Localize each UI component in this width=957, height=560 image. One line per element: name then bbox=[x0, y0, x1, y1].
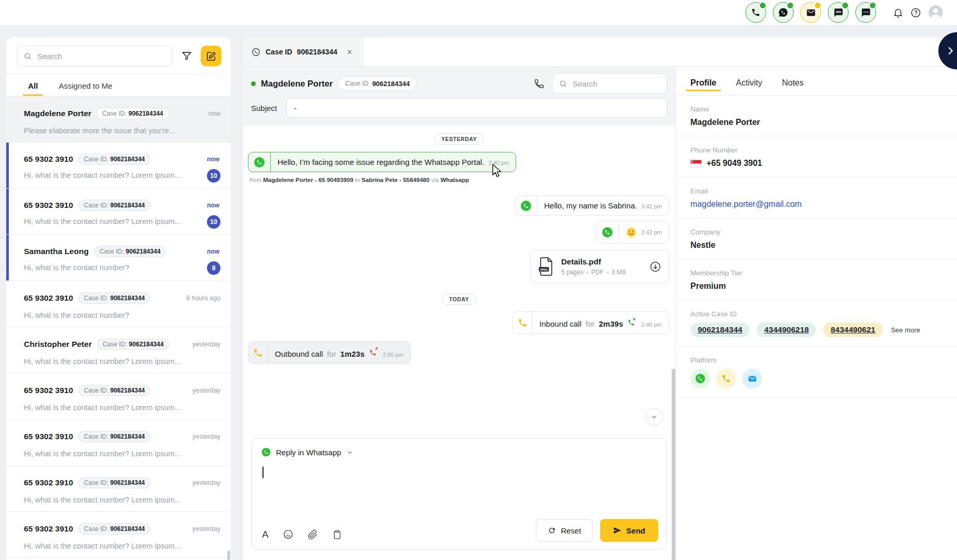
case-id-pill: Case ID:9062184344 bbox=[78, 153, 150, 165]
tab-activity[interactable]: Activity bbox=[736, 78, 762, 95]
message-list: YESTERDAY Hello, I’m facing some issue r… bbox=[243, 126, 675, 435]
field-company: Company Nestle bbox=[676, 218, 957, 259]
message-preview: Hi, what is the contact number? bbox=[24, 263, 202, 281]
message-preview: Hi, what is the contact number? Lorem ip… bbox=[24, 450, 187, 465]
subject-input[interactable] bbox=[286, 98, 667, 118]
filter-button[interactable] bbox=[179, 48, 195, 64]
message-preview: Hi, what is the contact number? Lorem ip… bbox=[24, 171, 202, 188]
reset-button[interactable]: Reset bbox=[536, 519, 593, 542]
chat-scrollbar[interactable] bbox=[672, 369, 675, 560]
emoji-icon bbox=[283, 529, 294, 540]
call-duration: 2m39s bbox=[599, 319, 623, 328]
contact-name: 65 9302 3910 bbox=[24, 386, 73, 395]
attach-file-button[interactable] bbox=[308, 529, 318, 540]
list-item[interactable]: 65 9302 3910 Case ID:9062184344 yesterda… bbox=[6, 419, 231, 466]
list-item[interactable]: 65 9302 3910 Case ID:9062184344 now Hi, … bbox=[6, 189, 231, 235]
email-channel-button[interactable] bbox=[800, 2, 821, 23]
outgoing-call-icon bbox=[369, 347, 379, 357]
contact-name: 65 9302 3910 bbox=[24, 478, 73, 487]
phone-icon bbox=[248, 342, 268, 363]
svg-text:JPEG: JPEG bbox=[540, 268, 548, 271]
livechat-channel-button[interactable] bbox=[855, 2, 876, 23]
templates-button[interactable] bbox=[332, 529, 342, 540]
case-tab-label: Case ID bbox=[266, 48, 292, 56]
compose-button[interactable] bbox=[201, 46, 221, 66]
list-item[interactable]: 65 9302 3910 Case ID:9062184344 yesterda… bbox=[6, 373, 231, 419]
whatsapp-icon bbox=[248, 152, 271, 172]
tab-notes[interactable]: Notes bbox=[782, 78, 803, 95]
message-time: 3:42 pm bbox=[641, 229, 662, 235]
whatsapp-channel-button[interactable] bbox=[773, 2, 794, 23]
field-active-cases: Active Case ID 9062184344 4344906218 843… bbox=[676, 300, 957, 346]
close-icon[interactable] bbox=[345, 47, 354, 57]
sidebar-search-input[interactable] bbox=[36, 51, 166, 61]
tab-profile[interactable]: Profile bbox=[690, 78, 716, 95]
whatsapp-icon bbox=[251, 47, 261, 57]
main-panel: Case ID 9062184344 Magdelene Porter Case… bbox=[243, 37, 957, 560]
case-tab[interactable]: Case ID 9062184344 bbox=[243, 37, 363, 66]
notifications-button[interactable] bbox=[893, 7, 904, 18]
send-button[interactable]: Send bbox=[600, 519, 658, 542]
help-button[interactable] bbox=[910, 7, 921, 18]
file-name: Details.pdf bbox=[561, 257, 601, 266]
phone-icon bbox=[751, 8, 760, 17]
tab-assigned-to-me[interactable]: Assigned to Me bbox=[59, 81, 112, 96]
online-status-dot bbox=[251, 81, 256, 86]
sidebar-scrollbar[interactable] bbox=[227, 551, 230, 560]
call-label: Outbound call bbox=[275, 349, 323, 358]
case-tabbar: Case ID 9062184344 bbox=[243, 37, 957, 67]
whatsapp-platform-icon[interactable] bbox=[690, 369, 710, 388]
emoji-button[interactable] bbox=[283, 529, 294, 540]
chat-search-input[interactable] bbox=[572, 79, 660, 89]
status-dot bbox=[759, 2, 767, 9]
question-icon bbox=[910, 7, 921, 18]
email-platform-icon[interactable] bbox=[742, 369, 762, 388]
clipboard-icon bbox=[332, 529, 342, 540]
message-input[interactable] bbox=[261, 464, 657, 515]
file-card[interactable]: JPEG Details.pdf 5 pages PDF 3 MB bbox=[530, 250, 669, 283]
sidebar-tabs: All Assigned to Me bbox=[6, 74, 231, 96]
call-contact-button[interactable] bbox=[532, 76, 547, 91]
status-dot bbox=[814, 2, 822, 9]
message-preview: Hi, what is the contact number? Lorem ip… bbox=[24, 496, 187, 511]
contact-name: 65 9302 3910 bbox=[24, 432, 73, 441]
text-format-button[interactable]: A bbox=[262, 529, 269, 539]
scroll-to-bottom-button[interactable] bbox=[645, 408, 663, 426]
tab-all[interactable]: All bbox=[28, 81, 38, 96]
list-item[interactable]: 65 9302 3910 Case ID:9062184344 8 hours … bbox=[6, 281, 231, 327]
contact-name: 65 9302 3910 bbox=[24, 155, 73, 164]
details-tabs: Profile Activity Notes bbox=[676, 67, 957, 95]
chat-header: Magdelene Porter Case ID 9062184344 bbox=[243, 67, 675, 126]
timestamp: yesterday bbox=[192, 479, 220, 486]
list-item[interactable]: 65 9302 3910 Case ID:9062184344 yesterda… bbox=[6, 512, 231, 558]
list-item[interactable]: Magdelene Porter Case ID:9062184344 now … bbox=[6, 96, 231, 143]
download-icon[interactable] bbox=[649, 261, 661, 273]
list-item[interactable]: 65 9302 3910 Case ID:9062184344 yesterda… bbox=[6, 466, 231, 512]
refresh-icon bbox=[548, 526, 556, 535]
message-preview: Hi, what is the contact number? Lorem ip… bbox=[24, 542, 187, 557]
conversation-list: Magdelene Porter Case ID:9062184344 now … bbox=[6, 96, 231, 558]
voice-platform-icon[interactable] bbox=[716, 369, 736, 388]
user-avatar[interactable] bbox=[928, 5, 944, 20]
case-link[interactable]: 8434490621 bbox=[823, 323, 882, 337]
list-item[interactable]: Samantha Leong Case ID:9062184344 now Hi… bbox=[6, 235, 231, 281]
case-id-pill: Case ID:9062184344 bbox=[78, 477, 150, 488]
see-more-link[interactable]: See more bbox=[891, 326, 920, 334]
email-link[interactable]: magdelene.porter@gmail.com bbox=[690, 200, 942, 209]
case-link[interactable]: 4344906218 bbox=[757, 323, 816, 337]
list-item[interactable]: 65 9302 3910 Case ID:9062184344 now Hi, … bbox=[6, 143, 231, 189]
bell-icon bbox=[893, 7, 904, 18]
search-icon bbox=[23, 52, 32, 61]
call-duration: 1m23s bbox=[340, 349, 365, 358]
chevron-down-icon bbox=[650, 413, 658, 421]
reply-channel-selector[interactable]: Reply in Whatsapp bbox=[261, 447, 354, 457]
case-link[interactable]: 9062184344 bbox=[690, 323, 750, 337]
case-id-pill: Case ID 9062184344 bbox=[338, 77, 417, 91]
sms-channel-button[interactable]: SMS bbox=[828, 2, 849, 23]
sidebar-searchbox bbox=[17, 46, 173, 66]
voice-channel-button[interactable] bbox=[745, 2, 766, 23]
incoming-message: Hello, I’m facing some issue regarding t… bbox=[248, 152, 670, 172]
message-time: 2:50 pm bbox=[383, 352, 404, 358]
list-item[interactable]: Christopher Peter Case ID:9062184344 yes… bbox=[6, 327, 231, 373]
timestamp: now bbox=[207, 156, 220, 163]
